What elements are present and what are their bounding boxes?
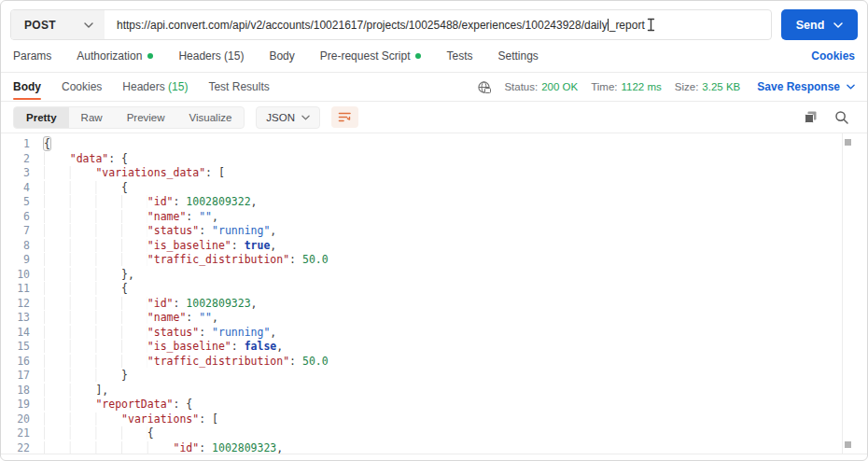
code-line-content: {: [44, 137, 50, 152]
request-tab-authorization[interactable]: Authorization: [77, 49, 153, 63]
request-tab-pre-request-script[interactable]: Pre-request Script: [320, 49, 422, 63]
code-line: 8 "is_baseline": true,: [1, 239, 867, 254]
url-text-after-caret: _report: [609, 19, 645, 32]
line-number: 13: [1, 311, 44, 326]
code-line: 9 "traffic_distribution": 50.0: [1, 253, 867, 268]
green-dot-icon: [415, 53, 421, 59]
line-number: 18: [1, 384, 44, 398]
wrap-text-button[interactable]: [331, 106, 358, 128]
stat-time: Time:1122 ms: [591, 81, 662, 92]
language-dropdown[interactable]: JSON: [256, 106, 320, 129]
response-tab-headers[interactable]: Headers (15): [122, 74, 188, 100]
language-label: JSON: [266, 112, 295, 123]
response-tab-body[interactable]: Body: [13, 74, 41, 100]
request-tab-label: Authorization: [77, 49, 142, 63]
code-line-content: "status": "running",: [44, 224, 276, 239]
code-line: 20 "variations": [: [1, 412, 867, 427]
response-tab-test-results[interactable]: Test Results: [208, 74, 269, 100]
code-line-content: },: [44, 268, 134, 283]
line-number: 12: [1, 297, 44, 312]
line-number: 16: [1, 355, 44, 370]
request-tab-label: Pre-request Script: [320, 49, 411, 63]
code-line: 10 },: [1, 268, 867, 283]
code-line: 22 "id": 1002809323,: [1, 441, 867, 455]
stat-value: 200 OK: [541, 81, 578, 92]
line-number: 1: [1, 137, 44, 152]
stat-label: Size:: [675, 81, 699, 92]
request-url-row: POST https://api.convert.com/api/v2/acco…: [1, 1, 867, 40]
line-number: 2: [1, 152, 44, 167]
code-line-content: {: [44, 282, 128, 297]
code-line-content: "name": "",: [44, 311, 218, 326]
save-response-button[interactable]: Save Response: [757, 80, 855, 93]
search-icon: [834, 110, 849, 125]
view-tab-raw[interactable]: Raw: [69, 107, 115, 128]
request-tab-headers-15[interactable]: Headers (15): [178, 49, 244, 63]
copy-button[interactable]: [804, 110, 818, 124]
code-line-content: "reportData": {: [44, 398, 192, 412]
network-globe-icon: [477, 80, 491, 94]
request-tab-tests[interactable]: Tests: [446, 49, 472, 63]
response-tab-cookies[interactable]: Cookies: [62, 74, 102, 100]
method-dropdown[interactable]: POST: [11, 10, 105, 39]
view-tab-pretty[interactable]: Pretty: [14, 107, 69, 128]
code-line: 13 "name": "",: [1, 311, 867, 326]
scrollbar-thumb-top[interactable]: [845, 139, 851, 146]
postman-window: POST https://api.convert.com/api/v2/acco…: [0, 0, 868, 461]
stat-value: 3.25 KB: [702, 81, 740, 92]
line-number: 3: [1, 166, 44, 181]
line-number: 11: [1, 282, 44, 297]
request-tab-label: Settings: [498, 49, 539, 63]
code-line-content: ],: [44, 384, 108, 398]
line-number: 15: [1, 340, 44, 355]
code-line: 1{: [1, 137, 867, 152]
code-line-content: "is_baseline": false,: [44, 340, 283, 355]
code-line: 16 "traffic_distribution": 50.0: [1, 355, 867, 370]
response-body-panel: 1{2 "data": {3 "variations_data": [4 {5 …: [1, 133, 867, 454]
request-tab-settings[interactable]: Settings: [498, 49, 539, 63]
view-tab-visualize[interactable]: Visualize: [177, 107, 245, 128]
search-button[interactable]: [834, 110, 849, 125]
scrollbar[interactable]: [842, 133, 852, 454]
code-line-content: "variations_data": [: [44, 166, 225, 181]
wrap-text-icon: [338, 111, 352, 123]
code-line: 2 "data": {: [1, 152, 867, 167]
request-tab-label: Params: [13, 49, 51, 63]
code-line: 7 "status": "running",: [1, 224, 867, 239]
code-line-content: "name": "",: [44, 210, 218, 225]
stat-label: Time:: [591, 81, 617, 92]
code-line: 15 "is_baseline": false,: [1, 340, 867, 355]
code-line-content: "status": "running",: [44, 326, 276, 341]
line-number: 14: [1, 326, 44, 341]
cookies-link[interactable]: Cookies: [811, 49, 855, 63]
response-tab-label: Headers: [122, 80, 164, 93]
view-tab-preview[interactable]: Preview: [115, 107, 177, 128]
url-input[interactable]: https://api.convert.com/api/v2/accounts/…: [105, 10, 771, 39]
stat-size: Size:3.25 KB: [675, 81, 741, 92]
code-line: 5 "id": 1002809322,: [1, 195, 867, 210]
line-number: 22: [1, 441, 44, 455]
code-line-content: "id": 1002809323,: [44, 441, 283, 455]
code-line-content: "id": 1002809323,: [44, 297, 258, 312]
url-box: POST https://api.convert.com/api/v2/acco…: [10, 9, 772, 40]
scrollbar-thumb-bottom[interactable]: [845, 441, 851, 448]
stat-label: Status:: [504, 81, 538, 92]
chevron-down-icon: [84, 22, 93, 28]
json-response-viewer[interactable]: 1{2 "data": {3 "variations_data": [4 {5 …: [1, 133, 867, 454]
request-tab-params[interactable]: Params: [13, 49, 51, 63]
code-line: 3 "variations_data": [: [1, 166, 867, 181]
code-line: 11 {: [1, 282, 867, 297]
chevron-down-icon: [301, 115, 310, 120]
code-line: 6 "name": "",: [1, 210, 867, 225]
request-tab-body[interactable]: Body: [269, 49, 294, 63]
code-line-content: {: [44, 181, 128, 196]
copy-icon: [804, 110, 818, 124]
request-tab-label: Body: [269, 49, 294, 63]
code-line-content: {: [44, 426, 154, 441]
code-line: 17 }: [1, 369, 867, 384]
send-button-label: Send: [796, 19, 825, 32]
line-number: 9: [1, 253, 44, 268]
send-button[interactable]: Send: [781, 9, 858, 40]
line-number: 10: [1, 268, 44, 283]
response-stats: Status:200 OKTime:1122 msSize:3.25 KB Sa…: [477, 80, 855, 94]
